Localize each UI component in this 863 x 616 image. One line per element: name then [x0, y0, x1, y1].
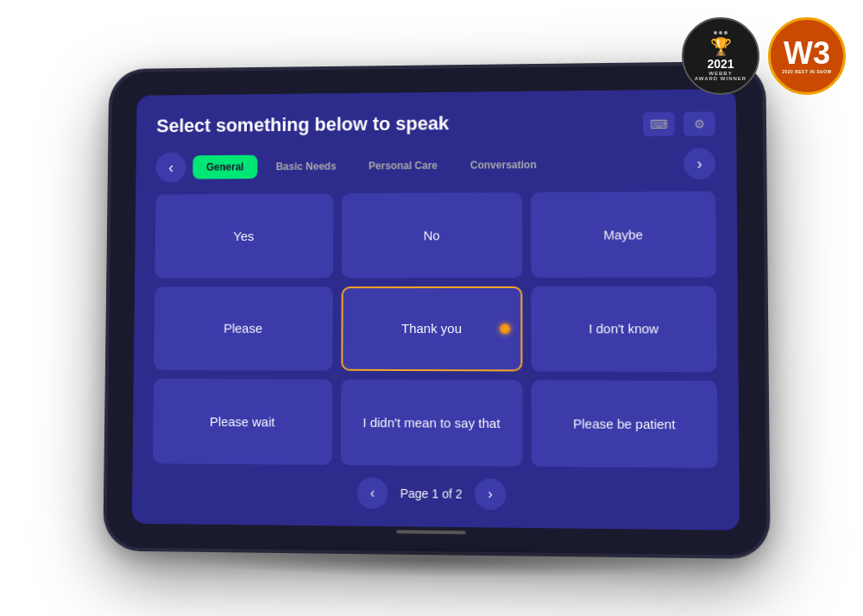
page-info: Page 1 of 2	[400, 487, 463, 501]
category-basic-needs[interactable]: Basic Needs	[262, 154, 350, 179]
word-please-wait[interactable]: Please wait	[153, 379, 332, 465]
webby-badge: 🏆 2021 WEBBY AWARD WINNER	[682, 17, 759, 95]
category-conversation[interactable]: Conversation	[457, 153, 551, 178]
scene: 🏆 2021 WEBBY AWARD WINNER W3 2020 BEST I…	[0, 0, 863, 616]
word-i-dont-know[interactable]: I don't know	[532, 286, 717, 372]
next-page-arrow[interactable]: ›	[475, 478, 506, 510]
word-i-didnt-mean[interactable]: I didn't mean to say that	[340, 380, 523, 467]
screen-header: Select something below to speak ⌨ ⚙	[156, 110, 715, 141]
keyboard-icon-btn[interactable]: ⌨	[643, 112, 675, 136]
tablet-shadow	[173, 539, 696, 581]
nav-forward-arrow[interactable]: ›	[683, 148, 715, 179]
nav-back-arrow[interactable]: ‹	[156, 152, 186, 182]
word-no[interactable]: No	[341, 192, 522, 278]
word-please[interactable]: Please	[154, 286, 332, 371]
word-maybe[interactable]: Maybe	[532, 192, 716, 278]
webby-year: 2021	[707, 57, 734, 71]
speaking-indicator	[501, 324, 511, 334]
word-grid: Yes No Maybe Please Thank you I don't kn…	[153, 192, 718, 468]
tablet-device: Select something below to speak ⌨ ⚙ ‹ Ge…	[106, 65, 766, 556]
category-personal-care[interactable]: Personal Care	[355, 154, 451, 178]
swipe-bar	[396, 530, 465, 534]
settings-icon: ⚙	[694, 117, 705, 131]
keyboard-icon: ⌨	[650, 117, 667, 131]
page-title: Select something below to speak	[156, 112, 449, 137]
category-general[interactable]: General	[192, 155, 257, 179]
w3-letter: W3	[784, 38, 830, 69]
w3-badge: W3 2020 BEST IN SHOW	[768, 17, 846, 95]
settings-icon-btn[interactable]: ⚙	[683, 111, 715, 135]
pagination: ‹ Page 1 of 2 ›	[152, 475, 718, 512]
header-icons: ⌨ ⚙	[643, 111, 715, 136]
category-nav: ‹ General Basic Needs Personal Care Conv…	[156, 148, 715, 182]
word-thank-you[interactable]: Thank you	[341, 286, 523, 372]
word-please-be-patient[interactable]: Please be patient	[532, 380, 718, 468]
categories: General Basic Needs Personal Care Conver…	[192, 152, 677, 179]
webby-sublabel: AWARD WINNER	[695, 76, 746, 81]
word-thank-you-label: Thank you	[401, 321, 462, 336]
word-yes[interactable]: Yes	[154, 193, 333, 278]
prev-page-arrow[interactable]: ‹	[357, 477, 388, 509]
w3-label: 2020 BEST IN SHOW	[782, 69, 832, 74]
award-badges: 🏆 2021 WEBBY AWARD WINNER W3 2020 BEST I…	[682, 17, 846, 95]
tablet-screen: Select something below to speak ⌨ ⚙ ‹ Ge…	[132, 89, 740, 531]
